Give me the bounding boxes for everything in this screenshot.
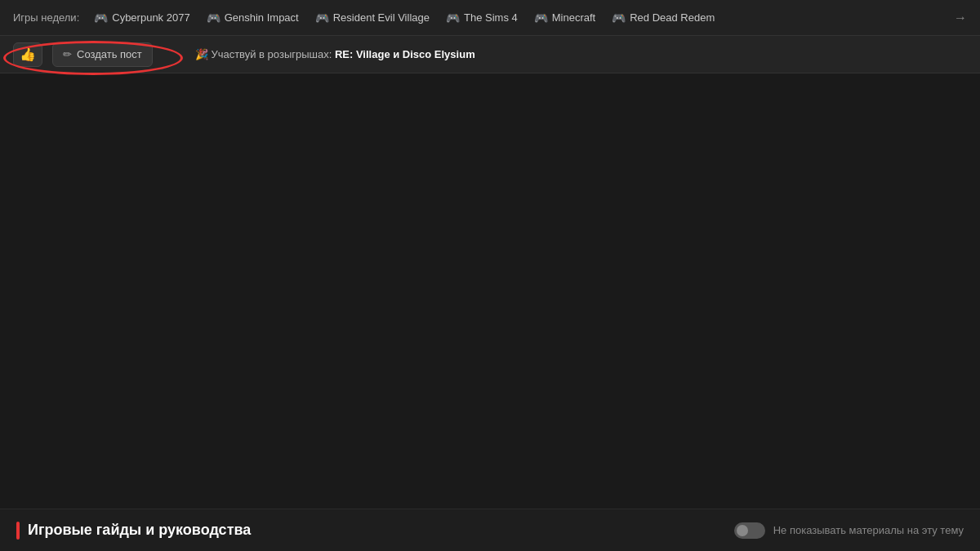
section-controls: Не показывать материалы на эту тему	[734, 522, 964, 539]
action-bar: 👍 ✏ Создать пост 🎉 Участвуй в розыгрышах…	[0, 36, 980, 73]
game-item-genshin[interactable]: 🎮 Genshin Impact	[202, 8, 304, 28]
create-post-button[interactable]: ✏ Создать пост	[52, 42, 153, 67]
games-week-label: Игры недели:	[13, 11, 79, 24]
create-post-label: Создать пост	[77, 48, 142, 60]
promo-text: Участвуй в розыгрышах:	[211, 48, 332, 60]
arrow-right-button[interactable]: →	[954, 11, 967, 25]
promo-emoji: 🎉	[195, 48, 208, 60]
game-item-cyberpunk[interactable]: 🎮 Cyberpunk 2077	[89, 8, 194, 28]
gamepad-icon-sims4: 🎮	[446, 11, 460, 24]
pencil-icon: ✏	[63, 48, 72, 60]
promo-games: RE: Village и Disco Elysium	[335, 48, 475, 60]
gamepad-icon-minecraft: 🎮	[534, 11, 548, 24]
game-item-minecraft[interactable]: 🎮 Minecraft	[529, 8, 600, 28]
section-bar: Игровые гайды и руководства Не показыват…	[0, 509, 980, 551]
gamepad-icon-genshin: 🎮	[207, 11, 220, 24]
gamepad-icon-re: 🎮	[315, 11, 329, 24]
game-item-re-village[interactable]: 🎮 Resident Evil Village	[310, 8, 434, 28]
hide-label: Не показывать материалы на эту тему	[773, 524, 964, 536]
gamepad-icon-rdr: 🎮	[612, 11, 626, 24]
like-button[interactable]: 👍	[13, 42, 42, 67]
section-title: Игровые гайды и руководства	[16, 522, 251, 540]
games-week-bar: Игры недели: 🎮 Cyberpunk 2077 🎮 Genshin …	[0, 0, 980, 36]
game-item-sims4[interactable]: 🎮 The Sims 4	[441, 8, 523, 28]
main-content	[0, 73, 980, 509]
hide-toggle[interactable]	[734, 522, 765, 539]
thumbs-up-icon: 👍	[20, 47, 36, 62]
game-item-rdr[interactable]: 🎮 Red Dead Redem	[607, 8, 719, 28]
gamepad-icon-cyberpunk: 🎮	[94, 11, 108, 24]
promo-banner: 🎉 Участвуй в розыгрышах: RE: Village и D…	[195, 48, 475, 60]
